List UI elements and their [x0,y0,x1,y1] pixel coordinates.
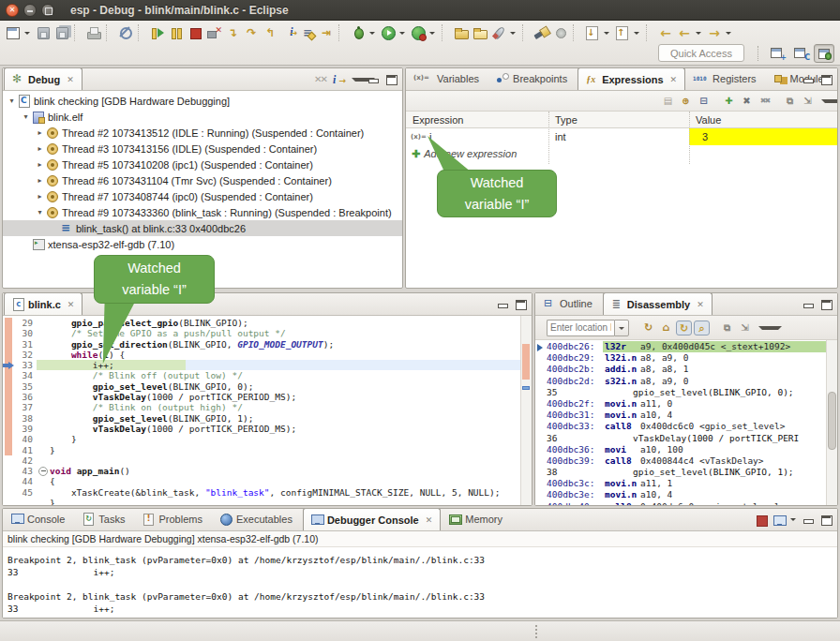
new-wizard-button[interactable] [5,24,22,41]
expression-row[interactable]: (x)=iint3 [406,128,837,145]
disassembly-row[interactable]: 400dbc31:movi.na10, 4 [535,410,826,421]
editor-line[interactable]: 43void app_main() [3,466,532,476]
disassembly-row[interactable]: 38gpio_set_level(BLINK_GPIO, 1); [535,467,826,478]
forward-menu[interactable] [725,24,734,41]
pin-view-button[interactable] [800,94,816,109]
editor-line[interactable]: 38 gpio_set_level(BLINK_GPIO, 1); [3,413,532,424]
disassembly-row[interactable]: 36vTaskDelay(1000 / portTICK_PERI [535,433,826,444]
disassembly-row[interactable]: 400dbc26:l32ra9, 0x400d045c <_stext+1092… [535,341,826,352]
tree-expander[interactable]: ▾ [7,97,17,105]
instruction-stepping-button[interactable] [280,24,297,41]
remove-all-terminated-button[interactable] [312,72,328,87]
tab-close-icon[interactable]: ✕ [669,73,679,86]
editor-line[interactable]: 40 } [3,434,532,444]
tab-close-icon[interactable]: ✕ [425,514,434,527]
column-header-expression[interactable]: Expression [406,114,548,126]
tab-problems[interactable]: Problems [135,508,211,529]
column-divider[interactable] [548,112,549,164]
quick-access-button[interactable]: Quick Access [658,44,744,62]
debug-perspective-button[interactable] [814,44,834,63]
disassembly-row[interactable]: 400dbc2b:addi.na8, a8, 1 [535,364,826,375]
editor-overview-ruler[interactable] [520,316,532,505]
view-menu-button[interactable] [818,94,833,109]
debug-menu[interactable] [368,24,378,41]
use-step-filters-button[interactable] [318,24,335,41]
disassembly-row[interactable]: 400dbc36:movia10, 100 [535,444,826,455]
editor-line[interactable]: 30 /* Set the GPIO as a push/pull output… [3,328,532,338]
editor-line[interactable]: 42 [3,455,532,466]
open-element-button[interactable] [552,24,569,41]
remove-all-expressions-button[interactable] [757,94,772,109]
minimize-view-button[interactable] [366,72,382,87]
profile-menu[interactable] [428,24,438,41]
tab-variables[interactable]: Variables [407,67,488,89]
forward-button[interactable] [706,24,723,41]
run-menu[interactable] [398,24,408,41]
tab-close-icon[interactable]: ✕ [67,298,76,311]
disassembly-row[interactable]: 400dbc39:call80x400844c4 <vTaskDelay> [535,455,826,467]
maximize-view-button[interactable] [818,297,834,312]
scrollbar-thumb[interactable] [828,392,836,450]
next-annotation-menu[interactable] [603,24,612,41]
editor-line[interactable]: 45 xTaskCreate(&blink_task, "blink_task"… [3,487,532,498]
editor-line[interactable]: 33 i++; [3,360,532,370]
tab-debugger-console[interactable]: Debugger Console✕ [303,508,441,530]
view-menu-button[interactable] [348,72,364,87]
debug-button[interactable] [350,24,367,41]
display-console-menu[interactable] [789,513,799,528]
editor-line[interactable]: 35 gpio_set_level(BLINK_GPIO, 0); [3,381,532,392]
debug-tree-item[interactable]: ▸Thread #7 1073408744 (ipc0) (Suspended … [3,188,402,204]
maximize-view-button[interactable] [383,72,399,87]
save-button[interactable] [35,24,52,41]
sync-with-active-context-toggle[interactable] [694,320,710,335]
debug-tree-item[interactable]: ▸Thread #2 1073413512 (IDLE : Running) (… [3,125,402,141]
disassembly-row[interactable]: 400dbc33:call80x400dc6c0 <gpio_set_level… [535,421,826,432]
fold-collapse-icon[interactable] [36,466,50,476]
instruction-stepping-mode-button[interactable] [330,72,346,87]
tree-expander[interactable]: ▸ [35,128,45,137]
tab-breakpoints[interactable]: Breakpoints [489,67,577,89]
collapse-all-button[interactable] [696,94,712,109]
search-button[interactable] [533,24,550,41]
debug-tree-item[interactable]: ▾blink checking [GDB Hardware Debugging] [3,93,402,109]
tab-outline[interactable]: Outline [536,292,602,314]
code-editor[interactable]: 29 gpio_pad_select_gpio(BLINK_GPIO);30 /… [3,316,532,505]
tree-expander[interactable]: ▸ [35,144,45,153]
maximize-view-button[interactable] [818,72,834,87]
tree-expander[interactable]: ▾ [35,208,45,216]
editor-line[interactable]: 31 gpio_set_direction(BLINK_GPIO, GPIO_M… [3,339,532,350]
column-divider[interactable] [689,112,690,164]
editor-line[interactable]: } [3,498,532,506]
debug-tree-item[interactable]: blink_task() at blink.c:33 0x400dbc26 [3,220,402,236]
tree-expander[interactable]: ▸ [35,160,45,169]
editor-line[interactable]: 34 /* Blink off (output low) */ [3,370,532,380]
console-output[interactable]: Breakpoint 2, blink_task (pvParameter=0x… [3,547,837,618]
editor-line[interactable]: 41} [3,445,532,455]
back-menu[interactable] [695,24,704,41]
tab-tasks[interactable]: Tasks [75,508,134,529]
show-execution-view-button[interactable] [299,24,316,41]
next-annotation-button[interactable] [584,24,601,41]
tab-expressions[interactable]: Expressions✕ [578,67,685,90]
new-view-button[interactable] [782,94,798,109]
tree-expander[interactable]: ▸ [35,176,45,185]
minimize-view-button[interactable] [801,513,817,528]
debug-tree-item[interactable]: xtensa-esp32-elf-gdb (7.10) [3,236,402,252]
sash-grip[interactable] [535,625,537,638]
remove-expression-button[interactable] [739,94,755,109]
resume-button[interactable] [149,24,166,41]
location-dropdown-button[interactable] [614,320,629,336]
last-edit-location-button[interactable] [657,24,674,41]
skip-all-breakpoints-button[interactable] [117,24,134,41]
tab-registers[interactable]: Registers [686,67,765,89]
disassembly-listing[interactable]: 400dbc26:l32ra9, 0x400d045c <_stext+1092… [535,340,826,505]
suspend-button[interactable] [168,24,185,41]
external-tools-button[interactable] [490,24,507,41]
display-selected-console-button[interactable] [772,513,788,528]
minimize-view-button[interactable] [801,297,817,312]
profile-button[interactable] [410,24,427,41]
editor-line[interactable]: 39 vTaskDelay(1000 / portTICK_PERIOD_MS)… [3,424,532,434]
terminate-button[interactable] [187,24,203,41]
show-source-toggle[interactable] [676,320,692,335]
show-logical-structure-button[interactable] [678,94,694,109]
